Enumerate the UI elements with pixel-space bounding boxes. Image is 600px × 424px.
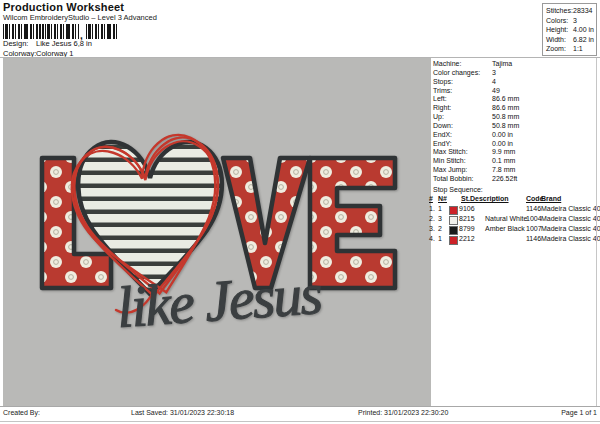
stat-height: Height:4.00 in xyxy=(546,26,596,36)
design-canvas: like Jesus xyxy=(3,58,431,406)
created-by-label: Created By: xyxy=(3,409,40,417)
table-row: 1. 1 9106 1146 Madeira Classic 40 xyxy=(429,205,599,215)
page-right-border xyxy=(596,58,597,406)
info-machine: Machine:Tajima xyxy=(433,60,519,69)
thread-swatch xyxy=(449,236,458,245)
barcode: , xyxy=(3,24,118,39)
page-title: Production Worksheet xyxy=(3,1,124,14)
table-row: 2. 3 8215 Natural White 1004 Madeira Cla… xyxy=(429,215,599,225)
stat-zoom: Zoom:1:1 xyxy=(546,45,596,55)
info-min-stitch: Min Stitch:0.1 mm xyxy=(433,157,519,166)
machine-info-panel: Machine:Tajima Color changes:3 Stops:4 T… xyxy=(433,60,519,184)
letter-e xyxy=(310,158,395,288)
script-text: like Jesus xyxy=(115,261,323,340)
design-name-row: Design:Like Jesus 6,8 in xyxy=(3,40,92,49)
barcode-bars-left xyxy=(3,24,79,39)
page-number: Page 1 of 1 xyxy=(561,409,597,417)
table-header: # N# St. Description Code Brand xyxy=(429,195,599,205)
info-endx: EndX:0.00 in xyxy=(433,131,519,140)
production-worksheet-page: Production Worksheet Wilcom EmbroiderySt… xyxy=(0,0,600,424)
info-left: Left:86.6 mm xyxy=(433,95,519,104)
stat-width: Width:6.82 in xyxy=(546,36,596,46)
info-right: Right:86.6 mm xyxy=(433,104,519,113)
footer-divider xyxy=(0,406,600,407)
info-endy: EndY:0.00 in xyxy=(433,140,519,149)
thread-swatch xyxy=(449,226,458,235)
info-total-bobbin: Total Bobbin:226.52ft xyxy=(433,175,519,184)
barcode-bars-right xyxy=(86,24,118,39)
app-subtitle: Wilcom EmbroideryStudio – Level 3 Advanc… xyxy=(3,14,157,23)
thread-swatch xyxy=(449,206,458,215)
stat-colors: Colors:3 xyxy=(546,17,596,27)
info-color-changes: Color changes:3 xyxy=(433,69,519,78)
design-value: Like Jesus 6,8 in xyxy=(36,39,92,48)
info-max-stitch: Max Stitch:9.9 mm xyxy=(433,148,519,157)
stat-stitches: Stitches:28334 xyxy=(546,7,596,17)
stop-sequence-title: Stop Sequence: xyxy=(433,186,483,194)
embroidery-design-preview: like Jesus xyxy=(3,58,431,407)
info-down: Down:50.8 mm xyxy=(433,122,519,131)
page-bottom-border xyxy=(0,421,600,422)
info-max-jump: Max Jump:7.8 mm xyxy=(433,166,519,175)
info-stops: Stops:4 xyxy=(433,78,519,87)
design-label: Design: xyxy=(3,40,36,49)
last-saved-label: Last Saved: 31/01/2023 22:30:18 xyxy=(131,409,234,417)
table-row: 3. 2 8799 Amber Black 1007 Madeira Class… xyxy=(429,225,599,235)
table-row: 4. 1 2212 1146 Madeira Classic 40 xyxy=(429,235,599,245)
design-stats-box: Stitches:28334 Colors:3 Height:4.00 in W… xyxy=(542,3,597,56)
thread-swatch xyxy=(449,216,458,225)
stop-sequence-table: # N# St. Description Code Brand 1. 1 910… xyxy=(429,195,599,245)
printed-label: Printed: 31/01/2023 22:30:20 xyxy=(358,409,448,417)
info-trims: Trims:49 xyxy=(433,87,519,96)
info-up: Up:50.8 mm xyxy=(433,113,519,122)
